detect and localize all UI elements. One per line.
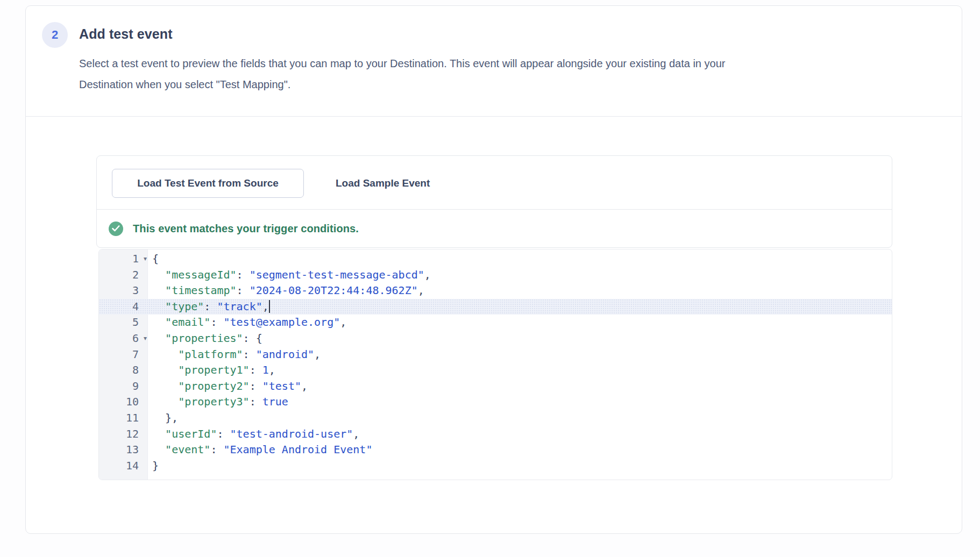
step-number: 2 (52, 28, 58, 42)
line-number: 11 (99, 410, 148, 426)
load-sample-event-button[interactable]: Load Sample Event (320, 169, 445, 198)
step-number-badge: 2 (42, 22, 68, 48)
check-icon (109, 222, 123, 236)
code-line-text[interactable]: "email": "test@example.org", (148, 315, 346, 331)
add-test-event-card: 2 Add test event Select a test event to … (25, 5, 962, 534)
page: 2 Add test event Select a test event to … (0, 0, 980, 557)
json-code-editor[interactable]: 1▾{2 "messageId": "segment-test-message-… (98, 249, 892, 480)
code-line-text[interactable]: { (148, 251, 159, 267)
code-line[interactable]: 8 "property1": 1, (99, 362, 892, 379)
code-line-text[interactable]: "property1": 1, (148, 362, 275, 379)
code-line-text[interactable]: "properties": { (148, 331, 262, 347)
trigger-status-message: This event matches your trigger conditio… (133, 223, 359, 235)
fold-arrow-icon[interactable]: ▾ (144, 331, 147, 347)
code-line[interactable]: 2 "messageId": "segment-test-message-abc… (99, 267, 892, 283)
line-number: 14 (99, 458, 148, 474)
line-number: 13 (99, 442, 148, 458)
trigger-status-row: This event matches your trigger conditio… (97, 210, 892, 247)
code-lines: 1▾{2 "messageId": "segment-test-message-… (99, 251, 892, 474)
code-line[interactable]: 10 "property3": true (99, 394, 892, 410)
code-line[interactable]: 3 "timestamp": "2024-08-20T22:44:48.962Z… (99, 283, 892, 299)
line-number: 1▾ (99, 251, 148, 267)
line-number: 5 (99, 315, 148, 331)
line-number: 3 (99, 283, 148, 299)
code-line[interactable]: 1▾{ (99, 251, 892, 267)
fold-arrow-icon[interactable]: ▾ (144, 251, 147, 267)
line-number: 9 (99, 379, 148, 395)
line-number: 12 (99, 426, 148, 442)
line-number: 6▾ (99, 331, 148, 347)
code-line[interactable]: 5 "email": "test@example.org", (99, 315, 892, 331)
code-line-text[interactable]: "messageId": "segment-test-message-abcd"… (148, 267, 431, 283)
header-divider (26, 116, 962, 117)
load-test-event-button[interactable]: Load Test Event from Source (112, 169, 304, 198)
code-line-text[interactable]: "platform": "android", (148, 347, 321, 363)
code-line[interactable]: 12 "userId": "test-android-user", (99, 426, 892, 442)
test-event-panel: Load Test Event from Source Load Sample … (96, 155, 892, 248)
code-line[interactable]: 14} (99, 458, 892, 474)
code-line-text[interactable]: "property3": true (148, 394, 288, 410)
code-line-text[interactable]: "type": "track", (148, 299, 270, 315)
page-title: Add test event (79, 26, 173, 42)
step-description: Select a test event to preview the field… (79, 53, 940, 95)
code-line-text[interactable]: "timestamp": "2024-08-20T22:44:48.962Z", (148, 283, 424, 299)
code-line-text[interactable]: }, (148, 410, 178, 426)
code-line-text[interactable]: } (148, 458, 159, 474)
code-line[interactable]: 6▾ "properties": { (99, 331, 892, 347)
line-number: 8 (99, 362, 148, 379)
line-number: 2 (99, 267, 148, 283)
code-line[interactable]: 11 }, (99, 410, 892, 426)
line-number: 10 (99, 394, 148, 410)
code-line[interactable]: 13 "event": "Example Android Event" (99, 442, 892, 458)
code-line-text[interactable]: "userId": "test-android-user", (148, 426, 359, 442)
line-number: 7 (99, 347, 148, 363)
code-line[interactable]: 4 "type": "track", (99, 299, 892, 315)
code-line-text[interactable]: "property2": "test", (148, 379, 308, 395)
text-cursor (269, 300, 270, 313)
code-line[interactable]: 9 "property2": "test", (99, 379, 892, 395)
line-number: 4 (99, 299, 148, 315)
code-line[interactable]: 7 "platform": "android", (99, 347, 892, 363)
code-line-text[interactable]: "event": "Example Android Event" (148, 442, 372, 458)
